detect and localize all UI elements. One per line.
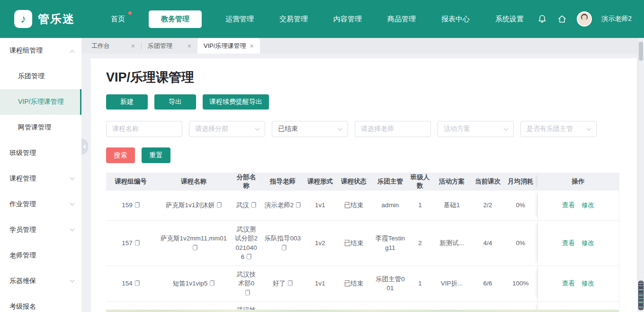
cell-当前课次: 2/2 <box>472 191 504 220</box>
nav-item-6[interactable]: 商品管理 <box>385 10 418 28</box>
column-header-11: 月均消耗 <box>504 173 537 191</box>
minimap-scroll-widget[interactable] <box>638 281 644 310</box>
filter-select-2[interactable]: 请选择分部 <box>189 121 265 137</box>
nav-item-3[interactable]: 运营管理 <box>224 10 256 28</box>
filter-input-4[interactable]: 请选择老师 <box>355 121 431 137</box>
tab-3[interactable]: VIP/乐理课管理× <box>197 38 260 54</box>
copy-icon[interactable] <box>247 254 251 259</box>
nav-item-8[interactable]: 系统设置 <box>493 10 526 28</box>
copy-icon[interactable] <box>288 280 293 286</box>
home-icon[interactable] <box>557 14 567 24</box>
sidebar-item-3[interactable]: VIP/乐理课管理 <box>0 89 81 115</box>
filter-select-6[interactable]: 是否有乐团主管 <box>520 121 597 137</box>
cell-value: admin <box>382 202 399 209</box>
cell-value: 好了 <box>273 280 286 287</box>
cell-课程组编号: 154 <box>106 266 155 302</box>
sidebar-item-2[interactable]: 乐团管理 <box>0 64 81 89</box>
sidebar-item-label: 课程管理 <box>9 174 36 183</box>
sidebar-item-1[interactable]: 课程组管理 <box>0 38 81 64</box>
column-header-7: 乐团主管 <box>372 173 408 191</box>
filter-text: 已结束 <box>278 125 298 133</box>
sidebar-item-8[interactable]: 学员管理 <box>0 217 81 243</box>
close-icon[interactable]: × <box>188 43 191 49</box>
filter-row: 课程名称请选择分部已结束请选择老师活动方案是否有乐团主管 <box>106 121 622 137</box>
cell-value: 1 <box>418 280 422 287</box>
nav-item-1[interactable]: 首页 <box>109 10 127 28</box>
copy-icon[interactable] <box>135 280 140 286</box>
username[interactable]: 演示老师2 <box>601 15 632 23</box>
chevron-down-icon <box>70 175 75 180</box>
view-link[interactable]: 查看 <box>562 202 575 209</box>
nav-item-5[interactable]: 内容管理 <box>331 10 364 28</box>
edit-link[interactable]: 修改 <box>581 239 594 247</box>
close-icon[interactable]: × <box>250 43 254 49</box>
vertical-scrollbar-thumb[interactable] <box>639 42 643 61</box>
sidebar-item-label: 考级报名 <box>9 303 36 311</box>
cell-value: 1 <box>418 202 422 209</box>
user-avatar[interactable] <box>577 11 592 27</box>
vertical-scrollbar-track[interactable] <box>638 38 644 312</box>
cell-活动方案: 基础1 <box>432 191 472 220</box>
reset-button[interactable]: 重置 <box>142 147 170 163</box>
action-button-1[interactable]: 新建 <box>106 94 148 110</box>
close-icon[interactable]: × <box>131 43 135 49</box>
copy-icon[interactable] <box>251 202 256 208</box>
sidebar-item-5[interactable]: 班级管理 <box>0 140 81 166</box>
copy-icon[interactable] <box>296 202 301 208</box>
tab-1[interactable]: 工作台× <box>85 38 141 54</box>
column-header-4: 指导老师 <box>260 173 305 191</box>
cell-课程状态: 已结束 <box>335 220 372 266</box>
cell-operations: 查看修改 <box>537 266 619 302</box>
cell-月均消耗: 100% <box>504 266 537 302</box>
cell-value: 已结束 <box>344 202 364 209</box>
copy-icon[interactable] <box>135 202 140 208</box>
view-link[interactable]: 查看 <box>562 239 575 247</box>
action-button-2[interactable]: 导出 <box>154 94 196 110</box>
action-button-3[interactable]: 课程续费提醒导出 <box>203 94 269 110</box>
copy-icon[interactable] <box>193 245 197 250</box>
search-button[interactable]: 搜索 <box>106 147 135 163</box>
edit-link[interactable]: 修改 <box>581 202 594 209</box>
copy-icon[interactable] <box>135 240 140 246</box>
nav-item-label: 运营管理 <box>225 15 254 23</box>
copy-icon[interactable] <box>282 245 286 250</box>
sidebar-item-10[interactable]: 乐器维保 <box>0 268 81 294</box>
sidebar-item-label: 学员管理 <box>9 226 36 234</box>
app-logo[interactable]: ♪ 管乐迷 <box>0 10 109 28</box>
filter-text: 课程名称 <box>112 125 139 133</box>
copy-icon[interactable] <box>217 202 222 208</box>
chevron-down-icon <box>255 126 260 130</box>
filter-text: 请选择分部 <box>195 125 228 133</box>
filter-select-3[interactable]: 已结束 <box>272 121 348 137</box>
sidebar-item-11[interactable]: 考级报名 <box>0 294 81 312</box>
copy-icon[interactable] <box>210 280 215 286</box>
sidebar-item-6[interactable]: 课程管理 <box>0 166 81 192</box>
bell-icon[interactable] <box>537 14 547 24</box>
sidebar-item-4[interactable]: 网管课管理 <box>0 115 81 140</box>
column-header-1: 课程组编号 <box>106 173 155 191</box>
filter-input-1[interactable]: 课程名称 <box>106 121 182 137</box>
nav-item-2[interactable]: 教务管理 <box>149 10 202 28</box>
cell-value: 李霞Testing11 <box>376 235 405 251</box>
filter-select-5[interactable]: 活动方案 <box>438 121 514 137</box>
sidebar-item-7[interactable]: 作业管理 <box>0 192 81 217</box>
nav-item-4[interactable]: 交易管理 <box>277 10 310 28</box>
chevron-up-icon <box>70 50 75 55</box>
cell-课程形式: 1v1 <box>305 266 335 302</box>
cell-课程组编号: 159 <box>106 191 155 220</box>
tab-label: 工作台 <box>91 42 110 50</box>
view-link[interactable]: 查看 <box>562 280 575 287</box>
course-table: 课程组编号课程名称分部名称指导老师课程形式课程状态乐团主管班级人数活动方案当前课… <box>106 173 619 312</box>
horizontal-scrollbar[interactable] <box>106 310 619 312</box>
action-button-row: 新建导出课程续费提醒导出 <box>106 94 622 110</box>
cell-班级人数: 1 <box>408 266 432 302</box>
cell-课程名称: 短笛1v1vip5 <box>155 266 232 302</box>
music-note-icon: ♪ <box>14 10 32 28</box>
tab-2[interactable]: 乐团管理× <box>142 38 197 54</box>
sidebar-item-9[interactable]: 老师管理 <box>0 243 81 268</box>
nav-item-7[interactable]: 报表中心 <box>439 10 472 28</box>
course-table-wrap: 课程组编号课程名称分部名称指导老师课程形式课程状态乐团主管班级人数活动方案当前课… <box>106 173 622 312</box>
filter-text: 活动方案 <box>444 125 470 133</box>
edit-link[interactable]: 修改 <box>581 280 594 287</box>
copy-icon[interactable] <box>245 290 250 295</box>
